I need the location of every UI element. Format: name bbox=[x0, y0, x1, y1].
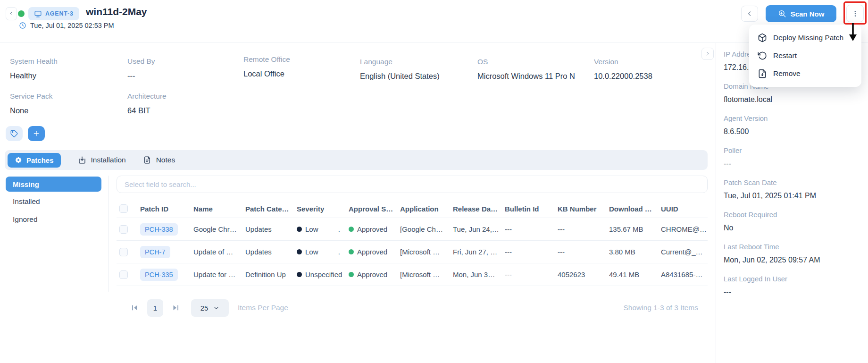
field-label: Patch Scan Date bbox=[724, 178, 861, 186]
severity-dot-icon bbox=[297, 227, 302, 232]
field-label: Last Reboot Time bbox=[724, 243, 861, 251]
cell-category: Definition Up bbox=[245, 270, 297, 279]
scan-now-button[interactable]: Scan Now bbox=[766, 5, 836, 22]
patch-id-link[interactable]: PCH-7 bbox=[140, 246, 170, 258]
nav-label: Missing bbox=[13, 180, 39, 188]
last-page-icon[interactable] bbox=[171, 304, 180, 312]
panel-field-last-logged-in-user: Last Logged In User --- bbox=[724, 275, 861, 296]
scan-zoom-icon bbox=[778, 9, 786, 18]
tab-label: Patches bbox=[26, 156, 54, 164]
row-checkbox[interactable] bbox=[119, 270, 128, 279]
severity-dot-icon bbox=[297, 272, 302, 277]
field-value: --- bbox=[127, 71, 155, 80]
menu-item-label: Remove bbox=[773, 69, 801, 78]
tab-patches[interactable]: Patches bbox=[8, 153, 61, 168]
row-checkbox[interactable] bbox=[119, 248, 128, 256]
cell-application: [Google Ch… bbox=[400, 225, 453, 233]
field-label: Version bbox=[594, 58, 652, 66]
tab-label: Installation bbox=[91, 156, 126, 164]
back-button[interactable] bbox=[6, 7, 17, 20]
col-patch-category[interactable]: Patch Cate… bbox=[245, 205, 297, 213]
field-value: Mon, Jun 02, 2025 09:57 AM bbox=[724, 256, 861, 264]
field-architecture: Architecture 64 BIT bbox=[127, 92, 167, 115]
field-remote-office: Remote Office Local Office bbox=[243, 55, 290, 78]
row-checkbox[interactable] bbox=[119, 225, 128, 234]
kebab-menu-icon bbox=[851, 9, 859, 18]
restart-icon bbox=[758, 51, 767, 60]
package-icon bbox=[758, 33, 767, 42]
cell-severity: Unspecified bbox=[297, 270, 349, 279]
patch-id-link[interactable]: PCH-338 bbox=[140, 223, 178, 236]
panel-field-patch-scan-date: Patch Scan Date Tue, Jul 01, 2025 01:41 … bbox=[724, 178, 861, 200]
patch-id-link[interactable]: PCH-335 bbox=[140, 269, 178, 281]
agent-badge-label: AGENT-3 bbox=[45, 10, 74, 17]
cell-uuid: A8431685-… bbox=[661, 270, 708, 279]
sidebar-item-ignored[interactable]: Ignored bbox=[13, 215, 38, 224]
cell-severity: Low. bbox=[297, 225, 349, 233]
side-panel-divider bbox=[716, 43, 716, 363]
field-value: Local Office bbox=[243, 69, 290, 78]
tab-notes[interactable]: Notes bbox=[143, 156, 175, 164]
cell-bulletin-id: --- bbox=[505, 270, 558, 279]
field-value: 8.6.500 bbox=[724, 127, 861, 136]
col-uuid[interactable]: UUID bbox=[661, 205, 708, 213]
cell-approval: Approved bbox=[349, 225, 400, 233]
col-approval-status[interactable]: Approval S… bbox=[349, 205, 400, 213]
menu-item-label: Restart bbox=[773, 51, 797, 60]
more-actions-button[interactable] bbox=[846, 5, 864, 22]
col-bulletin-id[interactable]: Bulletin Id bbox=[505, 205, 558, 213]
search-box bbox=[117, 176, 708, 193]
device-side-panel: IP Address 172.16.12 Domain Name flotoma… bbox=[724, 50, 861, 307]
pagination-bar: 1 25 Items Per Page Showing 1-3 of 3 Ite… bbox=[117, 297, 708, 318]
field-value: None bbox=[10, 106, 52, 115]
chevron-right-icon bbox=[705, 51, 710, 57]
cell-approval: Approved bbox=[349, 270, 400, 279]
items-per-page-label: Items Per Page bbox=[238, 304, 288, 312]
collapse-side-panel-button[interactable] bbox=[701, 48, 714, 60]
collapse-header-button[interactable] bbox=[741, 6, 758, 22]
remove-file-icon bbox=[758, 69, 767, 78]
field-label: Last Logged In User bbox=[724, 275, 861, 283]
search-input[interactable] bbox=[117, 176, 707, 193]
sidebar-item-installed[interactable]: Installed bbox=[13, 197, 40, 206]
cell-download-size: 135.67 MB bbox=[609, 225, 661, 233]
field-system-health: System Health Healthy bbox=[10, 57, 58, 80]
sidebar-item-missing[interactable]: Missing bbox=[6, 177, 101, 192]
col-application[interactable]: Application bbox=[400, 205, 453, 213]
table-row[interactable]: PCH-338 Google Chr… Updates Low. Approve… bbox=[117, 218, 708, 241]
tab-installation[interactable]: Installation bbox=[78, 156, 126, 164]
col-name[interactable]: Name bbox=[193, 205, 245, 213]
field-value: 10.0.22000.2538 bbox=[594, 72, 652, 81]
cell-name: Update of … bbox=[193, 248, 245, 256]
first-page-icon[interactable] bbox=[131, 304, 139, 312]
col-release-date[interactable]: Release Da… bbox=[453, 205, 505, 213]
col-severity[interactable]: Severity bbox=[297, 205, 349, 213]
menu-item-remove[interactable]: Remove bbox=[749, 65, 861, 83]
page-number-button[interactable]: 1 bbox=[147, 299, 163, 317]
cell-severity: Low. bbox=[297, 248, 349, 256]
table-row[interactable]: PCH-7 Update of … Updates Low. Approved … bbox=[117, 241, 708, 263]
select-all-checkbox[interactable] bbox=[119, 204, 128, 213]
cell-approval: Approved bbox=[349, 248, 400, 256]
col-download-size[interactable]: Download … bbox=[609, 205, 661, 213]
cell-name: Google Chr… bbox=[193, 225, 245, 233]
patch-seal-icon bbox=[15, 156, 22, 164]
menu-item-restart[interactable]: Restart bbox=[749, 47, 861, 65]
col-kb-number[interactable]: KB Number bbox=[558, 205, 609, 213]
panel-field-agent-version: Agent Version 8.6.500 bbox=[724, 114, 861, 136]
approved-dot-icon bbox=[349, 249, 354, 254]
tabs-bar: Patches Installation Notes bbox=[5, 150, 708, 170]
cell-bulletin-id: --- bbox=[505, 225, 558, 233]
items-per-page-select[interactable]: 25 bbox=[191, 299, 229, 317]
menu-item-deploy-missing-patch[interactable]: Deploy Missing Patch bbox=[749, 29, 861, 47]
field-label: Language bbox=[360, 58, 440, 66]
col-patch-id[interactable]: Patch ID bbox=[140, 205, 193, 213]
cell-release-date: Mon, Jun 3… bbox=[453, 270, 505, 279]
header-divider bbox=[0, 42, 868, 43]
table-row[interactable]: PCH-335 Update for … Definition Up Unspe… bbox=[117, 263, 708, 286]
tags-button[interactable] bbox=[6, 126, 23, 141]
last-seen-row: Tue, Jul 01, 2025 02:53 PM bbox=[19, 22, 114, 29]
field-language: Language English (United States) bbox=[360, 58, 440, 81]
field-value: --- bbox=[724, 160, 861, 168]
add-tag-button[interactable] bbox=[28, 126, 45, 141]
